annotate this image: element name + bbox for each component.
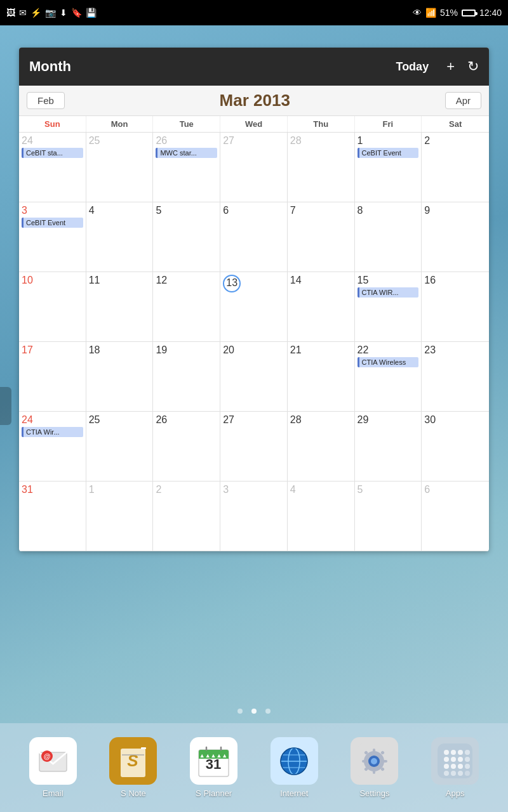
svg-point-40 bbox=[458, 750, 463, 755]
cal-cell-apr3[interactable]: 3 bbox=[220, 481, 288, 551]
cal-cell-feb26[interactable]: 26 MWC star... bbox=[153, 133, 220, 202]
dock-item-internet[interactable]: Internet bbox=[271, 737, 318, 798]
today-button[interactable]: Today bbox=[391, 58, 434, 76]
cal-cell-feb28[interactable]: 28 bbox=[288, 133, 355, 202]
page-dot-3[interactable] bbox=[265, 709, 271, 714]
cal-cell-mar22[interactable]: 22 CTIA Wireless bbox=[355, 342, 422, 412]
svg-point-48 bbox=[458, 764, 463, 769]
dock-item-splanner[interactable]: ▲▲▲▲▲▲▲ 31 S Planner bbox=[190, 737, 237, 798]
page-dot-1[interactable] bbox=[237, 709, 243, 714]
event-ctia-wireless-22[interactable]: CTIA Wireless bbox=[358, 357, 419, 367]
svg-rect-32 bbox=[383, 760, 387, 763]
cal-cell-feb27[interactable]: 27 bbox=[220, 133, 288, 202]
svg-point-51 bbox=[451, 771, 456, 776]
svg-rect-9 bbox=[141, 747, 146, 749]
status-icons-left: 🖼 ✉ ⚡ 📷 ⬇ 🔖 💾 bbox=[6, 8, 97, 18]
cal-cell-mar14[interactable]: 14 bbox=[288, 272, 355, 342]
svg-text:@: @ bbox=[43, 752, 50, 760]
apps-label: Apps bbox=[446, 789, 465, 798]
refresh-button[interactable]: ↻ bbox=[467, 58, 479, 75]
month-navigation: Feb Mar 2013 Apr bbox=[19, 86, 489, 116]
cal-cell-mar31[interactable]: 31 bbox=[19, 481, 86, 551]
cal-cell-mar18[interactable]: 18 bbox=[86, 342, 154, 412]
cal-cell-mar6[interactable]: 6 bbox=[220, 202, 288, 272]
svg-point-50 bbox=[444, 771, 449, 776]
event-ctia-wir-15[interactable]: CTIA WIR... bbox=[358, 287, 419, 298]
settings-icon bbox=[351, 737, 398, 785]
svg-point-46 bbox=[444, 764, 449, 769]
dock-item-settings[interactable]: Settings bbox=[351, 737, 398, 798]
cal-cell-mar17[interactable]: 17 bbox=[19, 342, 86, 412]
cal-cell-mar28[interactable]: 28 bbox=[288, 412, 355, 481]
cal-cell-apr1[interactable]: 1 bbox=[86, 481, 154, 551]
day-header-wed: Wed bbox=[220, 116, 288, 132]
cal-cell-mar21[interactable]: 21 bbox=[288, 342, 355, 412]
svg-point-45 bbox=[465, 757, 470, 762]
next-month-button[interactable]: Apr bbox=[445, 92, 481, 109]
internet-icon bbox=[271, 737, 318, 785]
gmail-icon: ✉ bbox=[19, 8, 27, 18]
cal-cell-mar7[interactable]: 7 bbox=[288, 202, 355, 272]
event-cebit-fri[interactable]: CeBIT Event bbox=[358, 148, 419, 158]
cal-cell-mar15[interactable]: 15 CTIA WIR... bbox=[355, 272, 422, 342]
current-month-title: Mar 2013 bbox=[220, 91, 290, 110]
cal-cell-mar30[interactable]: 30 bbox=[422, 412, 489, 481]
snote-label: S Note bbox=[121, 789, 146, 798]
cal-cell-mar23[interactable]: 23 bbox=[422, 342, 489, 412]
event-cebit-start[interactable]: CeBIT sta... bbox=[22, 148, 83, 158]
cal-cell-mar13[interactable]: 13 bbox=[220, 272, 288, 342]
svg-rect-29 bbox=[373, 749, 375, 753]
cal-cell-feb25[interactable]: 25 bbox=[86, 133, 154, 202]
cal-cell-apr5[interactable]: 5 bbox=[355, 481, 422, 551]
add-event-button[interactable]: + bbox=[446, 58, 455, 75]
calendar-header: Month Today + ↻ bbox=[19, 48, 489, 86]
email-label: Email bbox=[43, 789, 64, 798]
cal-cell-mar24[interactable]: 24 CTIA Wir... bbox=[19, 412, 86, 481]
cal-cell-apr2[interactable]: 2 bbox=[153, 481, 220, 551]
event-ctia-wir-24[interactable]: CTIA Wir... bbox=[22, 427, 83, 437]
cal-cell-mar2[interactable]: 2 bbox=[422, 133, 489, 202]
snote-icon: S bbox=[109, 737, 157, 785]
cal-cell-mar8[interactable]: 8 bbox=[355, 202, 422, 272]
dock-item-apps[interactable]: Apps bbox=[431, 737, 479, 798]
cal-cell-mar9[interactable]: 9 bbox=[422, 202, 489, 272]
battery-icon bbox=[462, 10, 476, 16]
edge-handle[interactable] bbox=[0, 387, 11, 425]
cal-cell-mar19[interactable]: 19 bbox=[153, 342, 220, 412]
cal-cell-mar16[interactable]: 16 bbox=[422, 272, 489, 342]
status-icons-right: 👁 📶 51% 12:40 bbox=[413, 8, 502, 18]
calendar-grid: 24 CeBIT sta... 25 26 MWC star... 27 28 … bbox=[19, 133, 489, 551]
cal-cell-mar12[interactable]: 12 bbox=[153, 272, 220, 342]
cal-cell-mar5[interactable]: 5 bbox=[153, 202, 220, 272]
email-icon: @ bbox=[29, 737, 77, 785]
svg-point-38 bbox=[444, 750, 449, 755]
prev-month-button[interactable]: Feb bbox=[27, 92, 65, 109]
cal-cell-mar11[interactable]: 11 bbox=[86, 272, 154, 342]
cal-cell-mar3[interactable]: 3 CeBIT Event bbox=[19, 202, 86, 272]
cal-cell-feb24[interactable]: 24 CeBIT sta... bbox=[19, 133, 86, 202]
cal-cell-mar29[interactable]: 29 bbox=[355, 412, 422, 481]
calendar-widget: Month Today + ↻ Feb Mar 2013 Apr Sun Mon… bbox=[19, 48, 489, 551]
camera-icon: 📷 bbox=[45, 8, 56, 18]
cal-cell-mar10[interactable]: 10 bbox=[19, 272, 86, 342]
cal-cell-apr6[interactable]: 6 bbox=[422, 481, 489, 551]
cal-cell-mar1[interactable]: 1 CeBIT Event bbox=[355, 133, 422, 202]
bookmark-icon: 🔖 bbox=[71, 8, 82, 18]
page-dots bbox=[0, 709, 508, 714]
dock-item-email[interactable]: @ Email bbox=[29, 737, 77, 798]
splanner-icon: ▲▲▲▲▲▲▲ 31 bbox=[190, 737, 237, 785]
day-header-fri: Fri bbox=[355, 116, 422, 132]
cal-cell-mar25[interactable]: 25 bbox=[86, 412, 154, 481]
photo-icon: 🖼 bbox=[6, 8, 15, 18]
event-cebit-row2[interactable]: CeBIT Event bbox=[22, 218, 83, 228]
cal-cell-apr4[interactable]: 4 bbox=[288, 481, 355, 551]
day-headers-row: Sun Mon Tue Wed Thu Fri Sat bbox=[19, 116, 489, 133]
cal-cell-mar27[interactable]: 27 bbox=[220, 412, 288, 481]
event-mwc-start[interactable]: MWC star... bbox=[156, 148, 217, 158]
splanner-label: S Planner bbox=[196, 789, 232, 798]
page-dot-2[interactable] bbox=[251, 709, 257, 714]
dock-item-snote[interactable]: S S Note bbox=[109, 737, 157, 798]
cal-cell-mar20[interactable]: 20 bbox=[220, 342, 288, 412]
cal-cell-mar26[interactable]: 26 bbox=[153, 412, 220, 481]
cal-cell-mar4[interactable]: 4 bbox=[86, 202, 154, 272]
